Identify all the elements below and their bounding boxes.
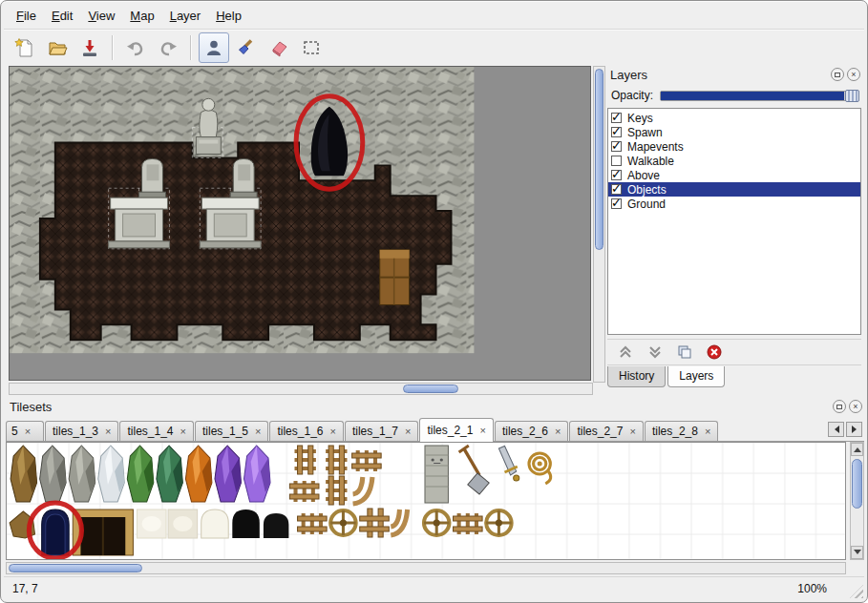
layer-visibility-checkbox[interactable] (611, 156, 622, 166)
tab-close-icon[interactable]: × (705, 426, 710, 437)
tab-close-icon[interactable]: × (479, 426, 485, 436)
menu-item[interactable]: Map (122, 6, 161, 26)
layer-visibility-checkbox[interactable] (611, 141, 622, 152)
tileset-tab[interactable]: tiles_1_5 × (195, 421, 268, 441)
selection-rect-icon (301, 37, 322, 58)
dock-tab[interactable]: Layers (667, 366, 725, 387)
tileset-canvas[interactable] (7, 443, 845, 559)
layer-row[interactable]: Ground (608, 197, 860, 211)
tab-close-icon[interactable]: × (180, 426, 186, 437)
tileset-viewport[interactable] (6, 442, 846, 560)
tileset-hscroll-handle[interactable] (9, 564, 142, 572)
tab-scroll-left-button[interactable] (828, 422, 844, 437)
redo-button[interactable] (153, 32, 183, 63)
layer-visibility-checkbox[interactable] (611, 184, 622, 195)
tab-close-icon[interactable]: × (405, 426, 411, 437)
dock-close-button[interactable]: × (849, 400, 862, 413)
map-vscroll-handle[interactable] (595, 69, 603, 250)
map-vertical-scrollbar[interactable] (593, 66, 605, 383)
tileset-tab[interactable]: tiles_2_7 × (569, 421, 643, 441)
tileset-vertical-scrollbar[interactable] (850, 442, 864, 560)
editor-window: File Edit View Map Layer Help (0, 0, 868, 603)
undo-button[interactable] (120, 32, 151, 63)
menu-item[interactable]: Help (208, 6, 249, 26)
tab-close-icon[interactable]: × (25, 426, 31, 437)
dock-tab-bar: History Layers (607, 366, 727, 389)
layer-visibility-checkbox[interactable] (611, 127, 622, 137)
stamp-tool-button[interactable] (199, 32, 229, 63)
dock-float-button[interactable] (833, 400, 846, 413)
tilesets-dock-title: Tilesets (5, 400, 52, 414)
opacity-slider[interactable] (660, 91, 859, 101)
dock-tab[interactable]: History (607, 366, 666, 387)
app-window: File Edit View Map Layer Help (0, 0, 868, 603)
down-arrow-icon (854, 550, 861, 558)
open-file-button[interactable] (42, 32, 73, 63)
scroll-down-button[interactable] (851, 546, 863, 559)
map-horizontal-scrollbar[interactable] (9, 383, 593, 395)
scroll-up-button[interactable] (851, 443, 863, 456)
tileset-tab[interactable]: tiles_1_3 × (45, 421, 118, 441)
opacity-label: Opacity: (607, 89, 660, 102)
tileset-tab[interactable]: tiles_1_4 × (119, 421, 193, 441)
eraser-tool-button[interactable] (264, 32, 294, 63)
tileset-vscroll-handle[interactable] (852, 459, 862, 509)
tileset-tab[interactable]: tiles_1_7 × (345, 421, 418, 441)
menu-item[interactable]: Layer (162, 6, 209, 26)
tab-close-icon[interactable]: × (629, 426, 635, 437)
statusbar: 17, 7 100% (4, 576, 864, 599)
tileset-tab[interactable]: 5 × (6, 421, 44, 441)
layer-raise-button[interactable] (617, 343, 634, 361)
open-folder-icon (47, 37, 68, 58)
map-canvas[interactable] (10, 67, 590, 380)
layer-visibility-checkbox[interactable] (611, 113, 622, 123)
tab-close-icon[interactable]: × (255, 426, 261, 437)
delete-icon (707, 344, 722, 360)
zoom-level: 100% (797, 582, 827, 595)
opacity-slider-handle[interactable] (845, 90, 859, 102)
rock-tiles (11, 446, 270, 502)
dock-float-button[interactable] (831, 68, 844, 81)
tileset-tab-label: tiles_2_1 (427, 424, 473, 437)
layer-row[interactable]: Walkable (608, 154, 860, 168)
float-icon (835, 73, 840, 77)
layer-row[interactable]: Mapevents (608, 139, 860, 154)
layer-row[interactable]: Objects (608, 182, 860, 197)
close-icon: × (853, 403, 857, 411)
tileset-tab-label: tiles_1_6 (277, 425, 323, 438)
tileset-tab[interactable]: tiles_2_6 × (495, 421, 568, 441)
new-file-button[interactable] (10, 32, 40, 63)
menu-item[interactable]: File (9, 6, 44, 26)
tileset-tab[interactable]: tiles_2_8 × (645, 421, 718, 441)
tab-close-icon[interactable]: × (330, 426, 336, 437)
tileset-tab[interactable]: tiles_2_1 × (419, 418, 493, 442)
map-viewport[interactable] (9, 66, 591, 381)
layer-row[interactable]: Spawn (608, 125, 860, 139)
tab-scroll-right-button[interactable] (846, 422, 862, 437)
select-tool-button[interactable] (296, 32, 327, 63)
tab-close-icon[interactable]: × (555, 426, 561, 437)
redo-icon (158, 37, 179, 58)
tab-close-icon[interactable]: × (105, 426, 111, 437)
layer-list[interactable]: Keys Spawn Mapevents Walkable (607, 108, 861, 335)
opacity-slider-fill (661, 92, 844, 100)
tileset-tab-label: 5 (11, 425, 18, 438)
fill-tool-button[interactable] (231, 32, 262, 63)
tileset-horizontal-scrollbar[interactable] (6, 562, 846, 574)
layer-visibility-checkbox[interactable] (611, 198, 622, 209)
layer-delete-button[interactable] (706, 343, 723, 361)
duplicate-icon (677, 344, 692, 360)
layer-visibility-checkbox[interactable] (611, 170, 622, 180)
layer-lower-button[interactable] (646, 343, 664, 361)
float-icon (836, 405, 842, 409)
menu-item[interactable]: Edit (44, 6, 80, 26)
menu-item[interactable]: View (80, 6, 122, 26)
undo-icon (125, 37, 146, 58)
dock-close-button[interactable]: × (847, 68, 860, 81)
layer-row[interactable]: Keys (608, 111, 860, 125)
save-file-button[interactable] (74, 32, 105, 63)
map-hscroll-handle[interactable] (403, 385, 458, 393)
layer-row[interactable]: Above (608, 168, 860, 182)
layer-duplicate-button[interactable] (676, 343, 693, 361)
tileset-tab[interactable]: tiles_1_6 × (269, 421, 343, 441)
